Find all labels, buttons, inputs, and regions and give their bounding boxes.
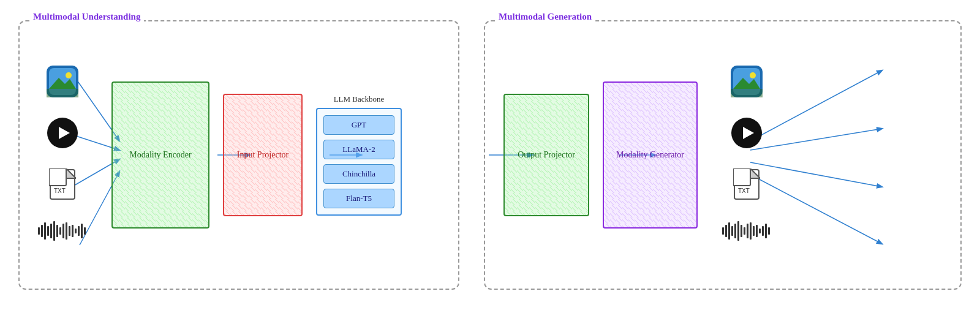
input-icons: TXT xyxy=(38,57,87,253)
svg-rect-53 xyxy=(725,225,727,237)
llm-gpt: GPT xyxy=(323,115,394,135)
text-input-icon: TXT xyxy=(49,168,76,203)
svg-rect-61 xyxy=(750,222,752,240)
video-output-icon xyxy=(731,117,763,151)
svg-rect-60 xyxy=(747,224,748,238)
svg-rect-62 xyxy=(753,226,755,236)
video-input-icon xyxy=(47,117,78,151)
modality-generator-box: Modality Generator xyxy=(603,81,698,229)
svg-rect-55 xyxy=(731,226,733,236)
svg-rect-59 xyxy=(744,227,745,235)
svg-rect-36 xyxy=(75,229,77,233)
main-container: Multimodal Understanding xyxy=(0,0,980,310)
svg-rect-67 xyxy=(768,227,770,235)
modality-generator-label: Modality Generator xyxy=(614,148,687,162)
modality-encoder-label: Modality Encoder xyxy=(127,148,194,162)
svg-rect-32 xyxy=(62,224,64,238)
svg-rect-52 xyxy=(722,227,724,235)
audio-output-icon xyxy=(722,220,771,244)
llm-flan: Flan-T5 xyxy=(323,189,394,208)
svg-rect-56 xyxy=(734,224,736,238)
svg-rect-35 xyxy=(72,225,74,237)
svg-rect-48 xyxy=(733,168,750,186)
svg-rect-25 xyxy=(41,225,43,237)
svg-rect-26 xyxy=(44,222,46,240)
audio-input-icon xyxy=(38,220,87,244)
text-output-icon: TXT xyxy=(733,168,760,203)
svg-point-14 xyxy=(66,72,72,78)
svg-rect-37 xyxy=(78,226,80,236)
photo-output-icon xyxy=(731,66,763,100)
svg-rect-24 xyxy=(38,227,40,235)
svg-text:TXT: TXT xyxy=(738,187,750,194)
svg-rect-65 xyxy=(762,226,764,236)
svg-rect-28 xyxy=(50,224,52,238)
svg-rect-63 xyxy=(756,225,758,237)
output-projector-box: Output Projector xyxy=(503,94,589,216)
svg-text:TXT: TXT xyxy=(54,187,66,194)
svg-rect-20 xyxy=(49,168,66,186)
photo-input-icon xyxy=(47,66,78,100)
svg-rect-33 xyxy=(66,222,67,240)
llm-chinchilla: Chinchilla xyxy=(323,164,394,184)
svg-rect-58 xyxy=(741,225,742,237)
generation-section: Multimodal Generation Output Projector M… xyxy=(484,20,962,290)
svg-point-42 xyxy=(750,72,756,78)
svg-rect-38 xyxy=(81,224,83,238)
svg-rect-66 xyxy=(765,224,767,238)
svg-rect-34 xyxy=(69,226,70,236)
svg-rect-54 xyxy=(728,222,730,240)
input-projector-box: Input Projector xyxy=(223,94,303,216)
understanding-section: Multimodal Understanding xyxy=(18,20,459,290)
output-icons: TXT xyxy=(722,57,771,253)
svg-rect-30 xyxy=(56,225,58,237)
svg-rect-16 xyxy=(47,89,78,97)
svg-rect-31 xyxy=(59,227,61,235)
svg-rect-64 xyxy=(759,229,761,233)
generation-label: Multimodal Generation xyxy=(495,12,595,22)
understanding-label: Multimodal Understanding xyxy=(29,12,144,22)
svg-rect-44 xyxy=(731,89,763,97)
input-projector-label: Input Projector xyxy=(235,148,291,162)
understanding-inner: TXT xyxy=(38,34,402,276)
svg-rect-57 xyxy=(737,221,739,241)
svg-rect-27 xyxy=(47,226,49,236)
modality-encoder-box: Modality Encoder xyxy=(111,81,209,229)
svg-rect-39 xyxy=(84,227,86,235)
llm-backbone-title: LLM Backbone xyxy=(334,94,385,104)
svg-rect-29 xyxy=(53,221,55,241)
llm-backbone-box: GPT LLaMA-2 Chinchilla Flan-T5 xyxy=(316,108,402,216)
llm-backbone-container: LLM Backbone GPT LLaMA-2 Chinchilla Flan… xyxy=(316,94,402,216)
output-projector-label: Output Projector xyxy=(515,148,578,162)
llm-llama2: LLaMA-2 xyxy=(323,140,394,159)
generation-inner: Output Projector Modality Generator xyxy=(503,34,771,276)
